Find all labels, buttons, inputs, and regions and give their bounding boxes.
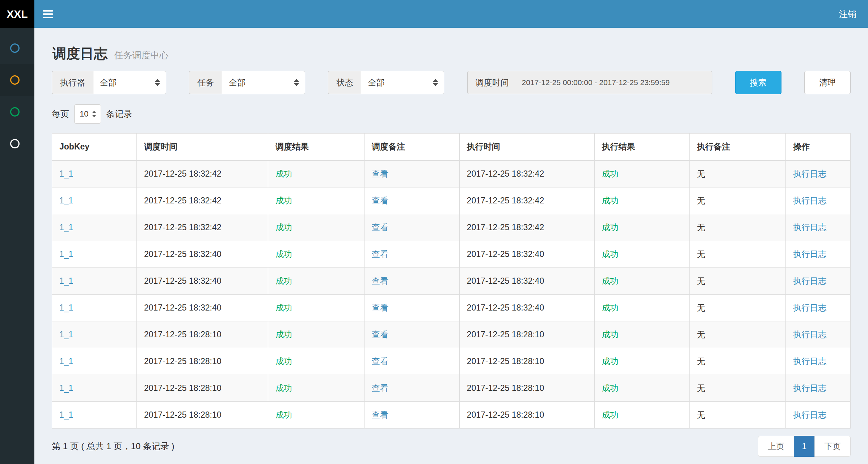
navbar: 注销 [34,0,868,28]
jobkey-link[interactable]: 1_1 [59,330,73,339]
sched-time-cell: 2017-12-25 18:28:10 [136,348,268,375]
exec-result-cell: 成功 [594,321,690,348]
table-row: 1_12017-12-25 18:28:10成功查看2017-12-25 18:… [52,402,851,429]
jobkey-link[interactable]: 1_1 [59,223,73,232]
jobkey-link-cell: 1_1 [52,321,137,348]
sched-time-cell: 2017-12-25 18:32:40 [136,241,268,268]
exec-remark-cell: 无 [690,295,786,321]
view-remark-link[interactable]: 查看 [372,223,388,232]
view-remark-link[interactable]: 查看 [372,410,388,419]
sidebar-item-1[interactable] [0,32,34,64]
executor-select-value: 全部 [100,77,117,88]
view-remark-link[interactable]: 查看 [372,303,388,312]
exec-result-cell: 成功 [594,375,690,402]
sched-result-cell: 成功 [268,375,365,402]
view-remark-link[interactable]: 查看 [372,357,388,366]
sched-result-cell: 成功 [268,241,365,268]
current-page-button[interactable]: 1 [794,436,815,457]
exec-log-link[interactable]: 执行日志 [793,410,826,419]
jobkey-link[interactable]: 1_1 [59,383,73,393]
view-remark-link[interactable]: 查看 [372,169,388,178]
column-header-4: 执行时间 [459,134,594,161]
table-row: 1_12017-12-25 18:32:40成功查看2017-12-25 18:… [52,268,851,295]
table-row: 1_12017-12-25 18:32:42成功查看2017-12-25 18:… [52,187,851,214]
jobkey-link[interactable]: 1_1 [59,169,73,178]
exec-log-link[interactable]: 执行日志 [793,169,826,178]
chevron-updown-icon [294,79,299,86]
exec-log-link[interactable]: 执行日志 [793,276,826,286]
exec-log-link-cell: 执行日志 [786,187,851,214]
exec-log-link[interactable]: 执行日志 [793,196,826,205]
jobkey-link[interactable]: 1_1 [59,196,73,205]
jobkey-link[interactable]: 1_1 [59,303,73,312]
exec-log-link[interactable]: 执行日志 [793,357,826,366]
exec-log-link[interactable]: 执行日志 [793,223,826,232]
column-header-7: 操作 [786,134,851,161]
jobkey-link-cell: 1_1 [52,402,137,429]
sidebar-toggle-button[interactable] [34,0,61,28]
search-button[interactable]: 搜索 [735,71,781,94]
sidebar-item-4[interactable] [0,128,34,160]
jobkey-link-cell: 1_1 [52,295,137,321]
jobkey-link[interactable]: 1_1 [59,249,73,259]
jobkey-link[interactable]: 1_1 [59,357,73,366]
circle-icon [10,75,20,85]
time-range-filter: 调度时间 [467,71,712,94]
exec-log-link[interactable]: 执行日志 [793,249,826,259]
next-page-button[interactable]: 下页 [814,436,851,457]
exec-log-link-cell: 执行日志 [786,321,851,348]
logout-link[interactable]: 注销 [827,0,868,28]
top-bar: XXL 注销 [0,0,868,28]
column-header-1: 调度时间 [136,134,268,161]
pagination: 上页 1 下页 [758,436,851,457]
jobkey-link[interactable]: 1_1 [59,410,73,419]
page-size-label-before: 每页 [52,108,69,120]
prev-page-button[interactable]: 上页 [758,436,794,457]
exec-log-link[interactable]: 执行日志 [793,330,826,339]
view-remark-link[interactable]: 查看 [372,249,388,259]
view-remark-link[interactable]: 查看 [372,196,388,205]
exec-log-link-cell: 执行日志 [786,402,851,429]
job-filter-label: 任务 [189,71,222,94]
exec-log-link[interactable]: 执行日志 [793,383,826,393]
exec-remark-cell: 无 [690,160,786,187]
sched-time-cell: 2017-12-25 18:28:10 [136,321,268,348]
page-size-row: 每页 10 条记录 [52,104,851,124]
exec-time-cell: 2017-12-25 18:32:40 [459,295,594,321]
jobkey-link[interactable]: 1_1 [59,276,73,286]
jobkey-link-cell: 1_1 [52,268,137,295]
executor-select[interactable]: 全部 [93,71,166,94]
exec-log-link-cell: 执行日志 [786,160,851,187]
view-remark-link-cell: 查看 [364,241,459,268]
clear-button[interactable]: 清理 [804,71,851,94]
view-remark-link[interactable]: 查看 [372,383,388,393]
view-remark-link-cell: 查看 [364,321,459,348]
exec-remark-cell: 无 [690,375,786,402]
log-table-body: 1_12017-12-25 18:32:42成功查看2017-12-25 18:… [52,160,851,429]
exec-log-link[interactable]: 执行日志 [793,303,826,312]
exec-remark-cell: 无 [690,348,786,375]
view-remark-link[interactable]: 查看 [372,276,388,286]
view-remark-link-cell: 查看 [364,214,459,241]
page-title: 调度日志 [52,46,108,61]
jobkey-link-cell: 1_1 [52,214,137,241]
column-header-0: JobKey [52,134,137,161]
sched-result-cell: 成功 [268,160,365,187]
time-range-input[interactable] [517,71,712,94]
table-row: 1_12017-12-25 18:28:10成功查看2017-12-25 18:… [52,321,851,348]
job-filter: 任务 全部 [189,71,305,94]
job-select[interactable]: 全部 [222,71,305,94]
exec-result-cell: 成功 [594,187,690,214]
page-size-select[interactable]: 10 [74,104,101,124]
view-remark-link[interactable]: 查看 [372,330,388,339]
status-select[interactable]: 全部 [361,71,444,94]
table-footer: 第 1 页 ( 总共 1 页，10 条记录 ) 上页 1 下页 [52,436,851,457]
sidebar-item-2[interactable] [0,64,34,96]
exec-result-cell: 成功 [594,160,690,187]
exec-result-cell: 成功 [594,402,690,429]
sched-time-cell: 2017-12-25 18:32:42 [136,214,268,241]
sched-time-cell: 2017-12-25 18:28:10 [136,402,268,429]
sidebar-item-3[interactable] [0,96,34,128]
exec-log-link-cell: 执行日志 [786,268,851,295]
view-remark-link-cell: 查看 [364,375,459,402]
